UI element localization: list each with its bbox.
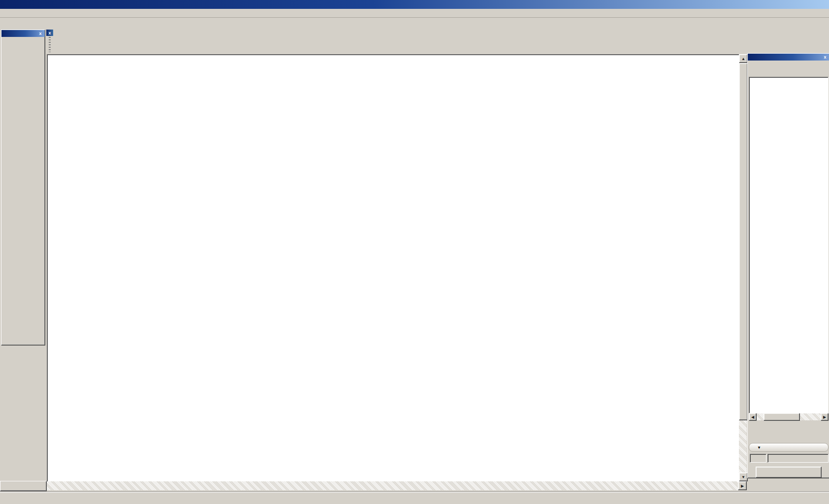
collapse-arrow-icon: ▼ [757,445,761,450]
viewpoint-name-field[interactable] [767,454,829,463]
properties-header[interactable]: ▼ [749,443,829,452]
tree-scroll-thumb[interactable] [764,413,800,421]
properties-row [748,453,829,464]
viewpoint-buttons [748,420,829,441]
drawing-canvas[interactable] [47,54,740,482]
disk-icon [720,494,728,502]
status-bar [0,492,829,504]
arrow-options-toolbar: x [46,30,54,52]
vertical-scrollbar[interactable]: ▲ ▼ [739,54,747,481]
scroll-up-icon[interactable]: ▲ [739,54,748,63]
scroll-down-icon[interactable]: ▼ [739,472,748,481]
navigator-toolbar [748,61,829,76]
settings-button[interactable] [756,467,822,478]
memory-icon [733,494,741,502]
main-toolbar [0,17,829,30]
toolbar-close-icon[interactable]: x [46,30,53,36]
title-bar[interactable] [0,0,829,9]
tree-scroll-right-icon[interactable]: ▶ [821,413,829,421]
system-resources [720,494,744,502]
navigator-titlebar[interactable]: x [748,54,829,61]
tree-scroll-left-icon[interactable]: ◀ [749,413,757,421]
vertical-scroll-thumb[interactable] [739,63,748,420]
navigator-close-icon[interactable]: x [822,55,828,60]
menu-bar [0,9,829,18]
navigator-panel: x ◀ ▶ ▼ [747,53,829,478]
toolbox-titlebar[interactable]: x [1,30,45,37]
toolbox-panel: x [1,30,45,346]
toolbar-grip[interactable] [49,37,51,52]
document-icon [1,9,9,17]
tree-horizontal-scrollbar[interactable]: ◀ ▶ [749,413,829,420]
bottom-left-dock [0,481,47,491]
viewpoint-id-field[interactable] [750,454,766,463]
viewport-bottom-bar: ▶ [47,481,747,490]
toolbox-close-icon[interactable]: x [37,31,43,36]
project-map-tree [749,77,829,413]
archicad-window: { "window": {"title": "Untitled - Graphi… [0,0,829,504]
vertical-scroll-track[interactable] [739,420,747,472]
toolbar-handle[interactable]: x [46,30,54,52]
scroll-right-icon[interactable]: ▶ [738,481,747,490]
3d-view [47,55,739,482]
archicad-app-icon [1,1,9,8]
horizontal-scroll-track[interactable] [47,481,738,490]
